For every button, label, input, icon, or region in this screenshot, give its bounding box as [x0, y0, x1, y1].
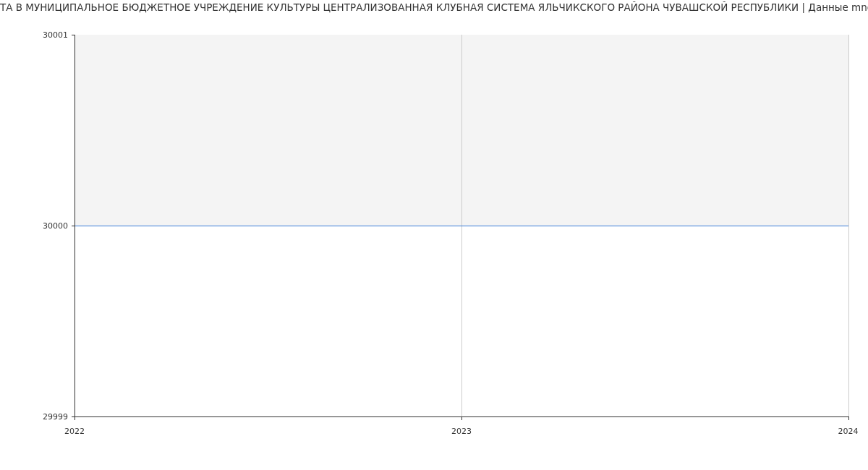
x-tick-label: 2022 — [64, 427, 85, 436]
chart-container: ТА В МУНИЦИПАЛЬНОЕ БЮДЖЕТНОЕ УЧРЕЖДЕНИЕ … — [0, 0, 868, 470]
x-tick-mark — [461, 416, 462, 420]
y-tick-label: 30001 — [43, 30, 68, 40]
y-tick-mark — [72, 226, 75, 226]
y-tick-label: 29999 — [43, 412, 68, 422]
y-tick-mark — [72, 35, 75, 35]
data-line — [75, 226, 848, 226]
y-tick-label: 30000 — [43, 221, 68, 231]
y-axis-line — [75, 35, 75, 416]
x-tick-mark — [848, 416, 849, 420]
chart-title: ТА В МУНИЦИПАЛЬНОЕ БЮДЖЕТНОЕ УЧРЕЖДЕНИЕ … — [0, 1, 868, 13]
x-tick-mark — [75, 416, 75, 420]
x-tick-label: 2024 — [838, 427, 859, 436]
x-tick-label: 2023 — [451, 427, 472, 436]
